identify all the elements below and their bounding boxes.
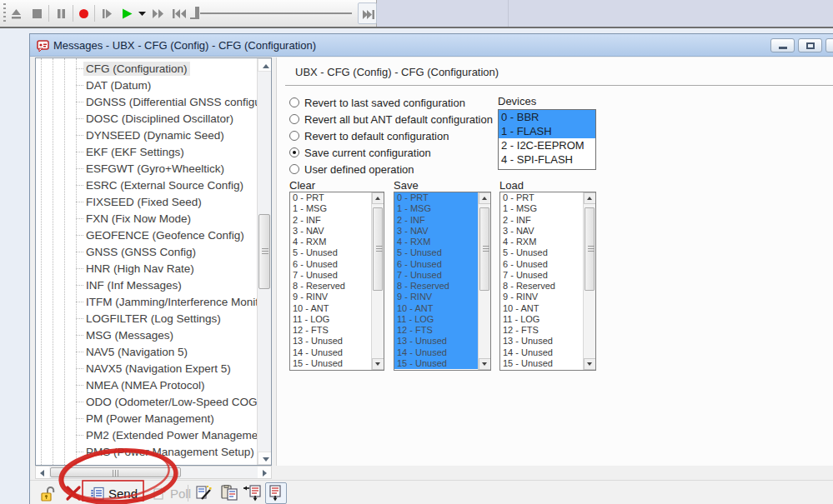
device-item[interactable]: 2 - I2C-EEPROM (499, 138, 595, 152)
list-item-selected[interactable]: 3 - NAV (394, 226, 478, 237)
delete-message-button[interactable] (65, 483, 82, 503)
save-list-scrollbar[interactable] (478, 192, 490, 370)
list-item[interactable]: 14 - Unused (500, 347, 583, 358)
radio-revert-last-saved[interactable]: Revert to last saved configuration (289, 94, 493, 111)
list-item[interactable]: 12 - FTS (290, 325, 371, 336)
device-item[interactable]: 1 - FLASH (499, 124, 595, 138)
list-item[interactable]: 14 - Unused (290, 347, 371, 358)
skip-to-start-icon[interactable] (172, 7, 187, 20)
tree-item[interactable]: DGNSS (Differential GNSS configura (36, 93, 257, 110)
tree-vertical-scrollbar[interactable] (257, 58, 271, 465)
list-item[interactable]: 5 - Unused (500, 247, 583, 258)
tree-item[interactable]: NAVX5 (Navigation Expert 5) (36, 360, 257, 377)
window-titlebar[interactable]: Messages - UBX - CFG (Config) - CFG (Con… (30, 34, 833, 57)
tree-item[interactable]: PMS (Power Management Setup) (36, 443, 257, 460)
radio-revert-default[interactable]: Revert to default configuration (289, 127, 493, 144)
list-item[interactable]: 10 - ANT (500, 303, 583, 314)
list-item-selected[interactable]: 15 - Unused (394, 358, 478, 369)
position-slider-thumb[interactable] (195, 7, 199, 19)
position-slider[interactable] (200, 12, 352, 14)
customize-view-button[interactable] (193, 482, 215, 504)
list-item[interactable]: 10 - ANT (290, 303, 371, 314)
list-item[interactable]: 13 - Unused (500, 336, 583, 347)
load-list-scrollbar[interactable] (583, 192, 595, 370)
tree-item[interactable]: DOSC (Disciplined Oscillator) (36, 110, 257, 127)
list-item[interactable]: 1 - MSG (290, 203, 371, 214)
list-item-selected[interactable]: 2 - INF (394, 215, 478, 226)
list-item-selected[interactable]: 7 - Unused (394, 270, 478, 281)
fast-forward-icon[interactable] (152, 7, 164, 20)
list-item[interactable]: 0 - PRT (500, 192, 583, 203)
scroll-up-button[interactable] (372, 192, 384, 204)
list-item[interactable]: 5 - Unused (290, 247, 371, 258)
scroll-up-button[interactable] (258, 58, 272, 72)
tree-item[interactable]: CFG (Configuration) (36, 60, 257, 77)
scroll-up-button[interactable] (479, 192, 491, 204)
auto-poll-button[interactable] (265, 482, 287, 504)
tree-item[interactable]: FIXSEED (Fixed Seed) (36, 193, 257, 210)
list-item[interactable]: 4 - RXM (500, 237, 583, 247)
list-item-selected[interactable]: 1 - MSG (394, 203, 478, 214)
step-forward-icon[interactable] (101, 7, 113, 20)
tree-item[interactable]: ESRC (External Source Config) (36, 177, 257, 193)
scrollbar-thumb[interactable] (479, 207, 489, 291)
list-item[interactable]: 7 - Unused (290, 270, 371, 281)
list-item[interactable]: 9 - RINV (500, 292, 583, 302)
device-item[interactable]: 0 - BBR (499, 110, 595, 124)
list-item[interactable]: 6 - Unused (500, 259, 583, 270)
list-item[interactable]: 0 - PRT (290, 192, 371, 203)
tree-item[interactable]: NMEA (NMEA Protocol) (36, 377, 257, 393)
list-item-selected[interactable]: 5 - Unused (394, 247, 478, 258)
list-item-selected[interactable]: 11 - LOG (394, 314, 478, 325)
list-item[interactable]: 6 - Unused (290, 259, 371, 270)
scrollbar-thumb[interactable] (258, 214, 270, 289)
radio-revert-all-but-ant[interactable]: Revert all but ANT default configuration (289, 111, 493, 127)
list-item-selected[interactable]: 4 - RXM (394, 237, 478, 247)
list-item[interactable]: 15 - Unused (290, 358, 371, 369)
radio-save-current[interactable]: Save current configuration (289, 144, 493, 161)
close-button[interactable] (825, 38, 833, 52)
scroll-down-button[interactable] (372, 358, 384, 370)
tree-item[interactable]: LOGFILTER (Log Settings) (36, 310, 257, 327)
list-item[interactable]: 7 - Unused (500, 270, 583, 281)
list-item[interactable]: 3 - NAV (290, 226, 371, 237)
list-item-selected[interactable]: 12 - FTS (394, 325, 478, 336)
list-item[interactable]: 3 - NAV (500, 226, 583, 237)
tree-item[interactable]: PM (Power Management) (36, 410, 257, 427)
play-icon[interactable] (121, 7, 133, 20)
tree-item[interactable]: ESFGWT (Gyro+Wheeltick) (36, 160, 257, 177)
pause-icon[interactable] (55, 7, 68, 20)
list-item[interactable]: 9 - RINV (290, 292, 371, 302)
list-item-selected[interactable]: 6 - Unused (394, 259, 478, 270)
list-item[interactable]: 4 - RXM (290, 237, 371, 247)
scroll-up-button[interactable] (584, 192, 596, 204)
send-button[interactable]: Send (91, 483, 138, 503)
tree-item[interactable]: EKF (EKF Settings) (36, 143, 257, 160)
list-item-selected[interactable]: 8 - Reserved (394, 281, 478, 292)
scrollbar-thumb[interactable] (50, 467, 181, 477)
tree-item[interactable]: HNR (High Nav Rate) (36, 260, 257, 277)
list-item[interactable]: 2 - INF (500, 215, 583, 226)
list-item-selected[interactable]: 10 - ANT (394, 303, 478, 314)
list-item-selected[interactable]: 0 - PRT (394, 192, 478, 203)
list-item-selected[interactable]: 13 - Unused (394, 336, 478, 347)
tree-item[interactable]: ODO (Odometer/Low-Speed COG f (36, 393, 257, 410)
scrollbar-thumb[interactable] (585, 207, 595, 291)
clear-list-scrollbar[interactable] (371, 192, 384, 370)
scroll-left-button[interactable] (36, 467, 49, 478)
radio-user-defined[interactable]: User defined operation (289, 161, 493, 177)
list-item-selected[interactable]: 14 - Unused (394, 347, 478, 358)
list-item[interactable]: 1 - MSG (500, 203, 583, 214)
list-item[interactable]: 8 - Reserved (500, 281, 583, 292)
tree-item[interactable]: ITFM (Jamming/Interference Monito (36, 293, 257, 310)
list-item[interactable]: 2 - INF (290, 215, 371, 226)
list-item-selected[interactable]: 9 - RINV (394, 292, 478, 302)
list-item[interactable]: 11 - LOG (290, 314, 371, 325)
tree-item[interactable]: MSG (Messages) (36, 327, 257, 343)
scroll-down-button[interactable] (258, 452, 272, 465)
tree-item[interactable]: FXN (Fix Now Mode) (36, 210, 257, 227)
poll-button-disabled[interactable]: Poll (153, 483, 191, 503)
list-item[interactable]: 12 - FTS (500, 325, 583, 336)
record-icon[interactable] (78, 7, 90, 20)
tree-item[interactable]: INF (Inf Messages) (36, 277, 257, 293)
